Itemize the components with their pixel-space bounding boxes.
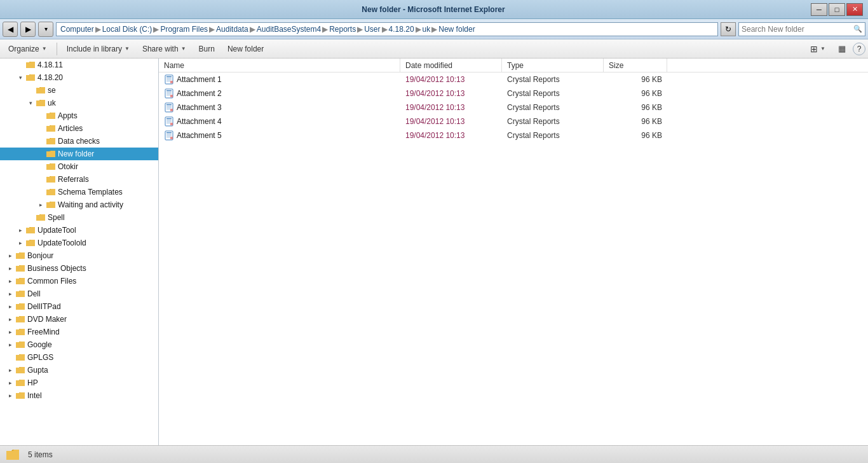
table-row[interactable]: Attachment 2 19/04/2012 10:13 Crystal Re…: [159, 86, 868, 100]
path-user[interactable]: User: [364, 25, 380, 34]
tree-item[interactable]: se: [0, 84, 158, 97]
expand-icon[interactable]: ▾: [15, 73, 25, 83]
close-button[interactable]: ✕: [846, 3, 863, 16]
path-reports[interactable]: Reports: [329, 25, 356, 34]
tree-item-label: 4.18.11: [37, 60, 63, 69]
table-row[interactable]: Attachment 3 19/04/2012 10:13 Crystal Re…: [159, 100, 868, 114]
column-header-name[interactable]: Name: [159, 59, 400, 72]
tree-item[interactable]: ▸ Google: [0, 338, 158, 351]
path-auditdata[interactable]: Auditdata: [216, 25, 248, 34]
expand-icon[interactable]: ▸: [15, 225, 25, 235]
tree-item[interactable]: ▸ HP: [0, 377, 158, 389]
tree-item[interactable]: Data checks: [0, 135, 158, 148]
tree-item[interactable]: ▾ 4.18.20: [0, 71, 158, 84]
path-computer[interactable]: Computer: [60, 25, 94, 34]
table-row[interactable]: Attachment 1 19/04/2012 10:13 Crystal Re…: [159, 73, 868, 86]
up-button[interactable]: ▾: [38, 22, 53, 37]
path-newfolder[interactable]: New folder: [438, 25, 475, 34]
expand-icon[interactable]: ▸: [5, 327, 15, 337]
title-bar: New folder - Microsoft Internet Explorer…: [0, 0, 868, 19]
tree-item[interactable]: ▸ Common Files: [0, 275, 158, 287]
tree-item[interactable]: ▸ Intel: [0, 389, 158, 402]
file-size: 96 KB: [604, 75, 667, 84]
tree-item-label: Intel: [27, 391, 42, 400]
tree-item[interactable]: ▾ uk: [0, 97, 158, 109]
tree-item[interactable]: Referrals: [0, 173, 158, 186]
tree-item[interactable]: ▸ DellITPad: [0, 300, 158, 313]
details-toggle-button[interactable]: ▦: [832, 41, 851, 57]
views-button[interactable]: ⊞ ▼: [804, 41, 831, 57]
tree-item[interactable]: ▸ Bonjour: [0, 249, 158, 262]
forward-button[interactable]: ▶: [20, 22, 36, 37]
address-path[interactable]: Computer ▶ Local Disk (C:) ▶ Program Fil…: [56, 22, 718, 36]
table-row[interactable]: Attachment 4 19/04/2012 10:13 Crystal Re…: [159, 114, 868, 128]
maximize-button[interactable]: □: [829, 3, 845, 16]
expand-placeholder: [36, 149, 46, 159]
file-type: Crystal Reports: [502, 131, 604, 140]
file-size: 96 KB: [604, 131, 667, 140]
search-box[interactable]: 🔍: [738, 22, 865, 36]
expand-icon[interactable]: ▸: [5, 390, 15, 401]
expand-icon[interactable]: ▸: [5, 314, 15, 324]
tree-item[interactable]: Articles: [0, 122, 158, 135]
path-programfiles[interactable]: Program Files: [160, 25, 208, 34]
organize-button[interactable]: Organize ▼: [3, 41, 53, 57]
tree-item[interactable]: ▸ UpdateTool: [0, 224, 158, 237]
include-library-button[interactable]: Include in library ▼: [61, 41, 135, 57]
table-row[interactable]: Attachment 5 19/04/2012 10:13 Crystal Re…: [159, 128, 868, 142]
tree-item-label: Google: [27, 340, 52, 349]
tree-item[interactable]: ▸ UpdateToolold: [0, 237, 158, 249]
folder-icon: [46, 111, 56, 120]
column-header-size[interactable]: Size: [604, 59, 667, 72]
folder-icon: [46, 162, 56, 171]
tree-item[interactable]: Appts: [0, 109, 158, 122]
tree-item[interactable]: Schema Templates: [0, 186, 158, 198]
path-version[interactable]: 4.18.20: [389, 25, 414, 34]
svg-rect-16: [166, 109, 170, 109]
expand-icon[interactable]: ▸: [15, 238, 25, 248]
expand-icon[interactable]: ▸: [5, 276, 15, 286]
refresh-button[interactable]: ↻: [721, 22, 736, 36]
expand-icon[interactable]: ▾: [25, 98, 36, 108]
tree-item[interactable]: ▸ Business Objects: [0, 262, 158, 275]
tree-item[interactable]: ▸ DVD Maker: [0, 313, 158, 326]
expand-icon[interactable]: ▸: [5, 301, 15, 312]
new-folder-button[interactable]: New folder: [222, 41, 269, 57]
tree-item[interactable]: Otokir: [0, 160, 158, 173]
tree-item[interactable]: ▸ Dell: [0, 287, 158, 300]
svg-rect-7: [166, 90, 172, 92]
folder-icon: [15, 378, 25, 387]
expand-icon[interactable]: ▸: [5, 289, 15, 299]
expand-icon[interactable]: ▸: [36, 200, 46, 210]
expand-icon[interactable]: ▸: [5, 378, 15, 388]
tree-item[interactable]: GPLGS: [0, 351, 158, 364]
svg-marker-17: [170, 109, 173, 111]
expand-icon[interactable]: ▸: [5, 263, 15, 273]
path-uk[interactable]: uk: [423, 25, 431, 34]
tree-item[interactable]: ▸ Waiting and activity: [0, 198, 158, 211]
tree-item[interactable]: New folder: [0, 148, 158, 160]
tree-item[interactable]: ▸ FreeMind: [0, 326, 158, 338]
expand-icon[interactable]: ▸: [5, 365, 15, 375]
back-button[interactable]: ◀: [3, 22, 18, 37]
expand-icon[interactable]: ▸: [5, 251, 15, 261]
column-header-date[interactable]: Date modified: [400, 59, 502, 72]
help-button[interactable]: ?: [853, 43, 865, 55]
folder-icon: [15, 353, 25, 362]
tree-item[interactable]: ▸ Gupta: [0, 364, 158, 377]
expand-icon[interactable]: ▸: [5, 340, 15, 350]
tree-item[interactable]: Spell: [0, 211, 158, 224]
expand-placeholder: [25, 85, 36, 95]
column-header-type[interactable]: Type: [502, 59, 604, 72]
svg-rect-10: [166, 95, 170, 95]
path-localdisk[interactable]: Local Disk (C:): [102, 25, 153, 34]
tree-item-label: se: [48, 86, 56, 95]
share-with-button[interactable]: Share with ▼: [137, 41, 192, 57]
tree-item-label: Data checks: [58, 137, 100, 146]
minimize-button[interactable]: ─: [811, 3, 827, 16]
burn-label: Burn: [199, 45, 215, 53]
path-auditbasesystem[interactable]: AuditBaseSystem4: [257, 25, 321, 34]
burn-button[interactable]: Burn: [193, 41, 220, 57]
tree-item[interactable]: 4.18.11: [0, 59, 158, 71]
search-input[interactable]: [742, 25, 851, 34]
